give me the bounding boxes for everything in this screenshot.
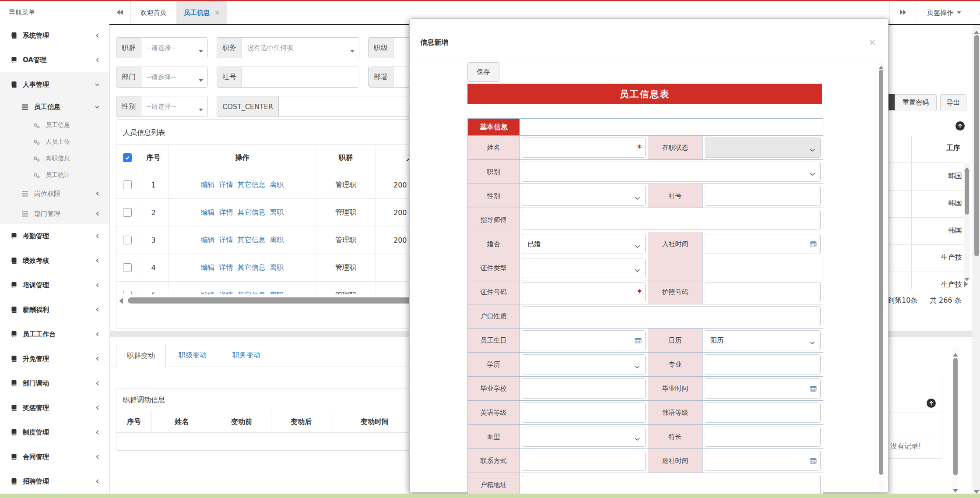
学历-select[interactable] <box>522 354 646 374</box>
row-checkbox[interactable] <box>123 263 132 272</box>
sidebar-item-薪酬福利[interactable]: 薪酬福利 <box>0 297 109 322</box>
sidebar-item-员工信息[interactable]: 员工信息 <box>0 117 109 134</box>
tab-员工信息[interactable]: 员工信息 <box>176 1 227 24</box>
department-select[interactable]: --请选择-- <box>141 67 207 87</box>
员工生日-date[interactable] <box>522 330 646 350</box>
action-link-离职[interactable]: 离职 <box>270 208 284 217</box>
日历-select[interactable]: 阳历 <box>705 330 821 350</box>
jobgroup-select[interactable]: --请选择-- <box>141 38 207 58</box>
action-link-离职[interactable]: 离职 <box>270 291 284 295</box>
action-link-编辑[interactable]: 编辑 <box>201 291 215 295</box>
户籍地址-input[interactable] <box>522 475 821 495</box>
入社时间-date[interactable] <box>705 234 821 254</box>
hscroll-thumb[interactable] <box>128 297 412 304</box>
sidebar-item-培训管理[interactable]: 培训管理 <box>0 273 109 297</box>
action-link-编辑[interactable]: 编辑 <box>201 263 215 272</box>
证件号码-input[interactable] <box>522 282 646 302</box>
tab-joblevel-change[interactable]: 职级变动 <box>173 344 212 367</box>
英语等级-input[interactable] <box>522 403 646 423</box>
action-link-详情[interactable]: 详情 <box>219 208 233 217</box>
select-all-checkbox[interactable] <box>123 153 132 162</box>
action-link-离职[interactable]: 离职 <box>270 263 284 272</box>
scroll-top-circle-icon[interactable] <box>926 398 936 410</box>
action-link-其它信息[interactable]: 其它信息 <box>238 263 266 272</box>
sidebar-item-考勤管理[interactable]: 考勤管理 <box>0 224 109 248</box>
row-checkbox[interactable] <box>123 208 132 217</box>
tabs-scroll-right-button[interactable] <box>889 1 916 24</box>
sidebar-item-奖惩管理[interactable]: 奖惩管理 <box>0 396 109 420</box>
fullscreen-toggle-button[interactable] <box>972 1 980 24</box>
scroll-right-icon[interactable] <box>964 281 968 289</box>
证件类型-select[interactable] <box>522 258 646 278</box>
tab-operations-dropdown[interactable]: 页签操作 <box>916 1 972 24</box>
特长-input[interactable] <box>705 427 821 447</box>
毕业时间-date[interactable] <box>705 378 821 399</box>
action-link-其它信息[interactable]: 其它信息 <box>238 291 266 295</box>
sidebar-item-人事管理[interactable]: 人事管理 <box>0 72 109 97</box>
tab-欢迎首页[interactable]: 欢迎首页 <box>130 1 177 24</box>
export-button[interactable]: 导出 <box>940 94 966 111</box>
sidebar-item-合同管理[interactable]: 合同管理 <box>0 445 109 469</box>
action-link-离职[interactable]: 离职 <box>270 236 284 245</box>
vscroll-thumb[interactable] <box>965 170 969 215</box>
护照号码-input[interactable] <box>705 282 821 302</box>
gender-select[interactable]: --请选择-- <box>141 96 207 117</box>
sidebar-item-员工统计[interactable]: 员工统计 <box>0 167 109 184</box>
save-button[interactable]: 保存 <box>467 62 499 82</box>
social-number-input[interactable] <box>242 67 359 87</box>
sidebar-item-员工信息[interactable]: 员工信息 <box>0 97 109 117</box>
reset-password-button[interactable]: 重置密码 <box>895 94 937 111</box>
calendar-icon[interactable] <box>810 240 817 249</box>
action-link-编辑[interactable]: 编辑 <box>201 180 215 190</box>
action-link-离职[interactable]: 离职 <box>270 180 284 190</box>
scroll-top-circle-icon[interactable] <box>955 121 965 133</box>
sidebar-item-招聘管理[interactable]: 招聘管理 <box>0 469 109 494</box>
action-link-其它信息[interactable]: 其它信息 <box>238 180 266 190</box>
action-link-详情[interactable]: 详情 <box>219 263 233 272</box>
sidebar-item-人员上传[interactable]: 人员上传 <box>0 134 109 150</box>
专业-input[interactable] <box>705 354 821 374</box>
sidebar-item-绩效考核[interactable]: 绩效考核 <box>0 248 109 273</box>
sidebar-item-岗位权限[interactable]: 岗位权限 <box>0 184 109 204</box>
tab-position-change[interactable]: 职务变动 <box>227 344 266 367</box>
联系方式-input[interactable] <box>522 451 646 471</box>
毕业学校-input[interactable] <box>522 378 646 399</box>
指导师傅-input[interactable] <box>522 210 821 230</box>
position-multiselect[interactable]: 没有选中任何项 <box>242 38 359 58</box>
sidebar-item-离职信息[interactable]: 离职信息 <box>0 150 109 167</box>
sidebar-item-制度管理[interactable]: 制度管理 <box>0 420 109 445</box>
婚否-select[interactable]: 已婚 <box>522 234 646 254</box>
vscroll-thumb[interactable] <box>953 358 958 475</box>
modal-vscroll-thumb[interactable] <box>879 70 883 475</box>
sidebar-item-系统管理[interactable]: 系统管理 <box>0 23 109 48</box>
costcenter-input[interactable] <box>279 96 421 117</box>
性别-select[interactable] <box>522 186 646 206</box>
calendar-icon[interactable] <box>810 385 817 394</box>
row-checkbox[interactable] <box>123 291 132 294</box>
action-link-详情[interactable]: 详情 <box>219 236 233 245</box>
职别-select[interactable] <box>522 162 821 182</box>
韩语等级-input[interactable] <box>705 403 821 423</box>
calendar-icon[interactable] <box>810 457 817 466</box>
在职状态-select[interactable] <box>705 138 821 158</box>
tabs-scroll-left-button[interactable] <box>109 1 131 24</box>
退社时间-date[interactable] <box>705 451 821 471</box>
action-link-详情[interactable]: 详情 <box>219 291 233 295</box>
tab-close-icon[interactable] <box>214 10 220 15</box>
page-vscroll-thumb[interactable] <box>974 35 979 256</box>
close-icon[interactable] <box>869 39 876 48</box>
action-link-编辑[interactable]: 编辑 <box>201 208 215 217</box>
action-link-详情[interactable]: 详情 <box>219 180 233 190</box>
scroll-up-icon[interactable] <box>953 350 958 358</box>
户口性质-input[interactable] <box>522 306 821 326</box>
action-link-编辑[interactable]: 编辑 <box>201 236 215 245</box>
calendar-icon[interactable] <box>635 337 642 346</box>
action-link-其它信息[interactable]: 其它信息 <box>238 208 266 217</box>
action-link-其它信息[interactable]: 其它信息 <box>238 236 266 245</box>
sidebar-item-升免管理[interactable]: 升免管理 <box>0 346 109 371</box>
sidebar-item-部门调动[interactable]: 部门调动 <box>0 371 109 396</box>
sidebar-item-部门管理[interactable]: 部门管理 <box>0 204 109 224</box>
tab-jobgroup-change[interactable]: 职群变动 <box>116 344 166 368</box>
血型-select[interactable] <box>522 427 646 447</box>
row-checkbox[interactable] <box>123 236 132 244</box>
